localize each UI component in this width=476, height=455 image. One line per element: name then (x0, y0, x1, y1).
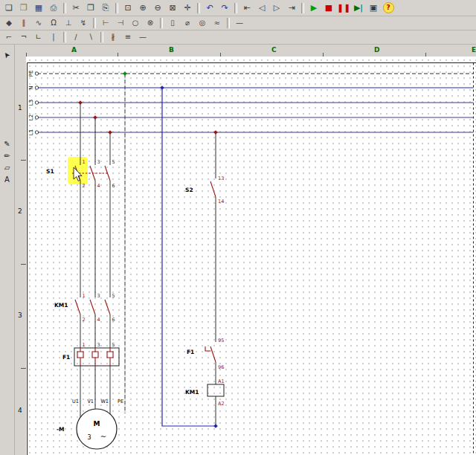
undo-icon: ↶ (206, 4, 213, 12)
terminal-number: A2 (218, 401, 225, 407)
coil-symbol-button[interactable]: ○ (128, 17, 143, 30)
copy-button[interactable]: ❐ (83, 1, 98, 14)
zoom-all-button[interactable]: ⊠ (165, 1, 180, 14)
schematic-canvas[interactable]: PE N L3 L2 L1 (26, 57, 476, 455)
zoom-out-button[interactable]: ⊖ (150, 1, 165, 14)
junction-symbol-icon: ◆ (6, 19, 12, 27)
device-tag: S2 (185, 187, 193, 193)
eraser-tool[interactable]: ▱ (1, 162, 14, 174)
run-icon: ▶ (311, 4, 317, 12)
terminal-number: 5 (112, 159, 115, 165)
ac-symbol-button[interactable]: ∿ (31, 17, 46, 30)
ruler-tick (21, 264, 26, 265)
contact-no-symbol-button[interactable]: ⊢ (98, 17, 113, 30)
control-branch[interactable]: 13 14 S2 95 96 F1 A1 A2 KM1 (162, 88, 225, 426)
terminal-number: 1 (83, 159, 86, 165)
wire-corner-down-button[interactable]: ⌐ (1, 31, 16, 44)
open-button[interactable]: ❒ (16, 1, 31, 14)
terminal-number: 14 (218, 199, 224, 204)
first-page-button[interactable]: ⇤ (239, 1, 254, 14)
toolbar-separator (115, 3, 118, 13)
fuse-symbol-icon: ▯ (170, 19, 175, 27)
wire-vertical-icon: | (52, 33, 54, 41)
conductor-single-icon: — (139, 33, 147, 41)
prev-page-button[interactable]: ◁ (254, 1, 269, 14)
save-button[interactable]: ▦ (31, 1, 46, 14)
stop-button[interactable]: ■ (321, 1, 336, 14)
coil-symbol-icon: ○ (132, 19, 139, 27)
step-button[interactable]: ▶| (351, 1, 366, 14)
paste-button[interactable]: ⎘ (98, 1, 113, 14)
f1-overload-symbol[interactable]: 1 3 5 F1 (62, 342, 119, 366)
undo-button[interactable]: ↶ (202, 1, 217, 14)
earth-symbol-button[interactable]: ⊥ (61, 17, 76, 30)
junction-points (78, 71, 218, 428)
wire-toolbar: ⌐¬∟|∕∖∦≡— (0, 30, 476, 45)
f1-aux-contact-symbol[interactable]: 95 96 F1 (187, 338, 224, 370)
rail-label-l1: L1 (28, 129, 34, 135)
wire-diag-up-button[interactable]: ∕ (68, 31, 83, 44)
row-label: 3 (18, 312, 22, 319)
help-icon: ? (383, 2, 394, 13)
lightning-symbol-button[interactable]: ↯ (76, 17, 91, 30)
terminal-number: 1 (83, 342, 86, 348)
pan-icon: ✛ (184, 4, 190, 12)
motor-branch[interactable]: 1 3 5 2 4 6 S1 1 3 5 2 4 (46, 74, 125, 449)
conductor-pair-button[interactable]: ∦ (106, 31, 120, 44)
s2-button-symbol[interactable]: 13 14 S2 (185, 175, 224, 204)
print-button[interactable]: ⎙ (46, 1, 61, 14)
wire-diag-down-button[interactable]: ∖ (83, 31, 98, 44)
wire-corner-up-button[interactable]: ¬ (16, 31, 31, 44)
km1-coil-symbol[interactable]: A1 A2 KM1 (185, 378, 225, 407)
new-button[interactable]: ❏ (1, 1, 16, 14)
pen-tool[interactable]: ✏ (1, 150, 14, 162)
km1-contacts-symbol[interactable]: 1 3 5 2 4 6 KM1 (54, 293, 115, 323)
terminal-number: 3 (97, 159, 100, 165)
next-page-button[interactable]: ▷ (269, 1, 284, 14)
terminal-symbol-icon: ⌀ (185, 19, 190, 27)
terminal-number: 3 (97, 293, 100, 299)
busbar-symbol-button[interactable]: ∥ (16, 17, 31, 30)
help-button[interactable]: ? (381, 1, 396, 14)
junction-symbol-button[interactable]: ◆ (1, 17, 16, 30)
wire-corner-left-button[interactable]: ∟ (31, 31, 46, 44)
lamp-symbol-button[interactable]: ⊗ (143, 17, 158, 30)
fuse-symbol-button[interactable]: ▯ (165, 17, 180, 30)
column-label: D (374, 46, 379, 54)
motor-symbol[interactable]: M 3 ∼ -M U1 V1 W1 PE (57, 398, 123, 449)
terminal-number: 1 (83, 293, 86, 299)
run-button[interactable]: ▶ (306, 1, 321, 14)
select-icon: ➤ (2, 51, 12, 60)
open-icon: ❒ (20, 4, 28, 12)
window-button[interactable]: ▣ (366, 1, 381, 14)
resistor-symbol-button[interactable]: Ω (46, 17, 61, 30)
select-tool[interactable]: ➤ (1, 49, 14, 61)
redo-icon: ↷ (221, 4, 228, 12)
last-page-button[interactable]: ⇥ (284, 1, 299, 14)
busbar-symbol-icon: ∥ (22, 19, 26, 27)
pan-button[interactable]: ✛ (180, 1, 195, 14)
redo-button[interactable]: ↷ (217, 1, 232, 14)
paste-icon: ⎘ (103, 4, 109, 12)
zoom-page-button[interactable]: ⊡ (120, 1, 135, 14)
cable-symbol-button[interactable]: ≈ (210, 17, 225, 30)
text-tool[interactable]: A (1, 174, 14, 186)
line-symbol-button[interactable]: — (232, 17, 247, 30)
conductor-single-button[interactable]: — (135, 31, 150, 44)
pencil-tool[interactable]: ✎ (1, 138, 14, 150)
zoom-in-button[interactable]: ⊕ (135, 1, 150, 14)
pause-button[interactable]: ❚❚ (336, 1, 351, 14)
contact-nc-symbol-button[interactable]: ⊣ (113, 17, 128, 30)
toolbar-separator (63, 3, 66, 13)
wire-vertical-button[interactable]: | (46, 31, 61, 44)
toolbar-separator (93, 18, 96, 28)
cut-icon: ✂ (72, 4, 79, 12)
terminal-symbol-button[interactable]: ⌀ (180, 17, 195, 30)
motor-symbol-button[interactable]: ◎ (195, 17, 210, 30)
conductor-triple-button[interactable]: ≡ (120, 31, 135, 44)
terminal-number: 95 (218, 338, 224, 343)
first-page-icon: ⇤ (243, 4, 250, 12)
pen-icon: ✏ (4, 152, 10, 160)
cut-button[interactable]: ✂ (68, 1, 83, 14)
rail-label-pe: PE (28, 71, 34, 77)
